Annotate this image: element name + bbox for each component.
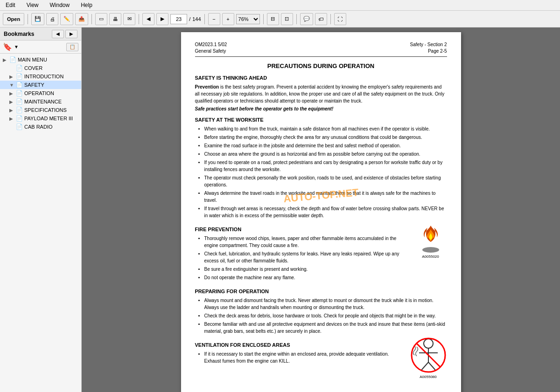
sidebar-item-cab-radio[interactable]: 📄 CAB RADIO [0, 123, 81, 131]
sidebar-item-main-menu[interactable]: ▶ 📄 MAIN MENU [0, 55, 81, 64]
sidebar-tree: ▶ 📄 MAIN MENU 📄 COVER ▶ 📄 INTRODUCTION ▼… [0, 54, 81, 392]
fire-svg [414, 221, 447, 254]
page-icon-maintenance: 📄 [16, 98, 22, 105]
label-cover: COVER [24, 65, 42, 71]
fit-page-button[interactable]: ⊟ [267, 13, 279, 25]
print-icon: 🖨 [50, 16, 55, 22]
save-icon: 💾 [35, 16, 41, 22]
section-safety-thinking-title: SAFETY IS THINKING AHEAD [195, 75, 447, 81]
email-button[interactable]: ✉ [123, 13, 135, 25]
pdf-page: AUTO-TOP.NET OM2023.1 5/02 General Safet… [181, 32, 461, 392]
vent-image-label: A0055080 [420, 375, 436, 379]
bookmarks-icon[interactable]: 🔖 [3, 42, 12, 51]
menu-help[interactable]: Help [79, 1, 94, 9]
worksite-bullet-8: If travel through wet areas is necessary… [204, 205, 447, 219]
menu-window[interactable]: Window [48, 1, 71, 9]
sidebar-expand-btn[interactable]: ▶ [65, 30, 77, 38]
page-icon-safety: 📄 [16, 82, 22, 88]
page-icon-payload: 📄 [16, 115, 22, 122]
sidebar-options-btn[interactable]: 📋 [66, 43, 78, 51]
svg-line-7 [417, 344, 440, 367]
next-page-button[interactable]: ▶ [156, 13, 168, 25]
content-area[interactable]: AUTO-TOP.NET OM2023.1 5/02 General Safet… [82, 28, 560, 392]
page-total: 144 [192, 16, 201, 22]
section-preparing-title: PREPARING FOR OPERATION [195, 289, 447, 294]
window-button[interactable]: ▭ [95, 13, 107, 25]
page-icon-specifications: 📄 [16, 107, 22, 113]
preparing-bullet-2: Check the deck areas for debris, loose h… [204, 312, 447, 319]
print-button[interactable]: 🖨 [46, 13, 58, 25]
sidebar-item-cover[interactable]: 📄 COVER [0, 64, 81, 72]
fire-image-label: A0055020 [422, 254, 439, 259]
sidebar-item-specifications[interactable]: ▶ 📄 SPECIFICATIONS [0, 106, 81, 114]
dropdown-icon[interactable]: ▼ [14, 44, 19, 49]
page-separator: / [189, 16, 190, 22]
fit-width-button[interactable]: ⊡ [281, 13, 293, 25]
separator-4 [204, 14, 205, 24]
expand-icon-specifications: ▶ [9, 108, 16, 113]
expand-icon-operation: ▶ [9, 91, 16, 96]
section-ventilation-title: VENTILATION FOR ENCLOSED AREAS [195, 342, 405, 348]
worksite-bullet-2: Before starting the engine, thoroughly c… [204, 134, 447, 141]
worksite-bullet-6: The operator must check personally the w… [204, 174, 447, 188]
menu-view[interactable]: View [25, 1, 41, 9]
section-fire-title: FIRE PREVENTION [195, 227, 410, 232]
open-button[interactable]: Open [3, 13, 24, 25]
expand-icon-main-menu: ▶ [3, 57, 9, 62]
fire-bullet-1: Thoroughly remove wood chips, leaves, pa… [204, 235, 410, 249]
svg-point-1 [424, 339, 433, 348]
header-section-ref: Safety - Section 2 [410, 41, 447, 48]
sidebar-item-safety[interactable]: ▼ 📄 SAFETY [0, 81, 81, 89]
printer2-button[interactable]: 🖶 [109, 13, 121, 25]
label-safety: SAFETY [24, 82, 44, 88]
bookmarks-title: Bookmarks [4, 31, 34, 37]
upload-icon: 📤 [78, 16, 85, 22]
tag-button[interactable]: 🏷 [315, 13, 327, 25]
edit-button[interactable]: ✏️ [60, 13, 73, 25]
menu-bar: Edit View Window Help [0, 0, 560, 11]
separator-5 [263, 14, 264, 24]
svg-point-0 [422, 247, 439, 253]
fullscreen-button[interactable]: ⛶ [334, 13, 346, 25]
sidebar-item-introduction[interactable]: ▶ 📄 INTRODUCTION [0, 72, 81, 81]
ventilation-text: VENTILATION FOR ENCLOSED AREAS If it is … [195, 337, 405, 366]
save-button[interactable]: 💾 [31, 13, 44, 25]
fire-bullet-4: Do not operate the machine near any flam… [204, 274, 410, 281]
zoom-out-button[interactable]: − [208, 13, 220, 25]
label-operation: OPERATION [24, 90, 54, 96]
sidebar-item-payload-meter[interactable]: ▶ 📄 PAYLOAD METER III [0, 114, 81, 123]
comment-button[interactable]: 💬 [300, 13, 313, 25]
page-icon-operation: 📄 [16, 90, 22, 96]
main-layout: Bookmarks ◀ ▶ 🔖 ▼ 📋 ▶ 📄 MAIN MENU 📄 COVE… [0, 28, 560, 392]
label-cab-radio: CAB RADIO [24, 124, 53, 130]
preparing-bullets: Always mount and dismount facing the tru… [204, 297, 447, 335]
edit-icon: ✏️ [63, 16, 70, 22]
page-icon-cab-radio: 📄 [16, 124, 22, 130]
sidebar-item-maintenance[interactable]: ▶ 📄 MAINTENANCE [0, 97, 81, 106]
fire-prevention-section: FIRE PREVENTION Thoroughly remove wood c… [195, 221, 447, 283]
page-header: OM2023.1 5/02 General Safety Safety - Se… [195, 41, 447, 57]
zoom-select[interactable]: 50% 75% 76% 100% 125% 150% 200% [236, 14, 260, 24]
fire-bullet-3: Be sure a fire extinguisher is present a… [204, 266, 410, 273]
label-main-menu: MAIN MENU [18, 57, 47, 62]
expand-icon-maintenance: ▶ [9, 99, 16, 104]
worksite-bullet-4: Choose an area where the ground is as ho… [204, 151, 447, 158]
section-worksite-title: SAFETY AT THE WORKSITE [195, 117, 447, 123]
sidebar-item-operation[interactable]: ▶ 📄 OPERATION [0, 89, 81, 97]
label-payload: PAYLOAD METER III [24, 116, 73, 121]
upload-button[interactable]: 📤 [75, 13, 88, 25]
window-icon: ▭ [99, 16, 104, 22]
svg-line-4 [421, 362, 428, 370]
sidebar-header: Bookmarks ◀ ▶ [0, 28, 81, 41]
menu-edit[interactable]: Edit [4, 1, 17, 9]
prev-page-button[interactable]: ◀ [142, 13, 154, 25]
sidebar-collapse-btn[interactable]: ◀ [52, 30, 64, 38]
page-icon-introduction: 📄 [16, 73, 22, 80]
preparing-bullet-3: Become familiar with and use all protect… [204, 321, 447, 335]
header-section-name: General Safety [195, 48, 227, 55]
header-left: OM2023.1 5/02 General Safety [195, 41, 227, 55]
zoom-in-button[interactable]: + [222, 13, 234, 25]
page-input[interactable] [170, 14, 187, 24]
fire-prevention-text: FIRE PREVENTION Thoroughly remove wood c… [195, 221, 410, 283]
expand-icon-safety: ▼ [9, 83, 16, 88]
